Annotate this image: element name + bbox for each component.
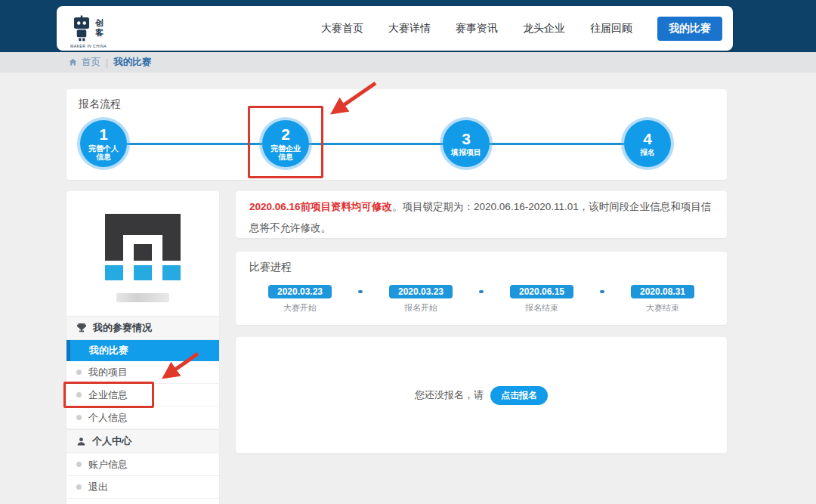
notice-text: 2020.06.16前项目资料均可修改。项目锁定期为：2020.06.16-20… (249, 196, 713, 239)
breadcrumb-current: 我的比赛 (113, 56, 151, 69)
sidebar-item-label: 我的项目 (88, 366, 128, 379)
sidebar-item-label: 我的比赛 (89, 344, 128, 357)
timeline-connector (358, 290, 363, 293)
bullet-dot-icon (76, 392, 82, 397)
step-1-complete-personal-info[interactable]: 1 完善个人 信息 (80, 120, 127, 167)
timeline-row: 2020.03.23 大赛开始 2020.03.23 报名开始 2020.06.… (249, 285, 713, 314)
milestone-label: 报名开始 (404, 302, 437, 314)
step-label-line1: 完善企业 (270, 144, 301, 153)
trophy-icon (76, 323, 87, 333)
sidebar-section-my-participation: 我的参赛情况 (66, 316, 219, 340)
header: 创 客 MAKER IN CHINA 大赛首页 大赛详情 赛事资讯 龙头企业 往… (57, 6, 733, 51)
my-contest-button[interactable]: 我的比赛 (657, 17, 722, 41)
sidebar-item-label: 企业信息 (88, 388, 128, 402)
sidebar-section-personal-center: 个人中心 (66, 429, 219, 453)
sidebar-item-my-projects[interactable]: 我的项目 (66, 361, 219, 384)
sidebar-item-company-info[interactable]: 企业信息 (66, 384, 219, 407)
bullet-dot-icon (76, 462, 82, 467)
timeline-card-title: 比赛进程 (249, 261, 713, 274)
sidebar-item-logout[interactable]: 退出 (66, 476, 219, 499)
step-number: 1 (99, 125, 108, 144)
timeline-connector (479, 290, 484, 293)
sidebar-item-label: 退出 (88, 481, 108, 494)
step-number: 4 (643, 130, 652, 148)
contest-progress-card: 比赛进程 2020.03.23 大赛开始 2020.03.23 报名开始 202… (236, 252, 727, 325)
logo-text: 创 客 (95, 18, 104, 39)
milestone-date-badge: 2020.03.23 (389, 285, 453, 298)
sidebar-item-label: 账户信息 (88, 458, 128, 472)
breadcrumb-separator: | (106, 57, 108, 68)
not-registered-card: 您还没报名，请 点击报名 (236, 337, 727, 453)
step-label-line2: 信息 (278, 153, 293, 162)
milestone-contest-end: 2020.08.31 大赛结束 (621, 285, 704, 314)
nav-item-contest-details[interactable]: 大赛详情 (388, 22, 431, 36)
registration-steps-card: 报名流程 1 完善个人 信息 2 完善企业 信息 3 填报项目 4 报名 (66, 89, 727, 180)
steps-card-title: 报名流程 (79, 97, 121, 111)
step-label-line2: 信息 (96, 153, 111, 162)
sidebar-item-personal-info[interactable]: 个人信息 (66, 407, 219, 429)
breadcrumb-home-label: 首页 (82, 56, 100, 69)
company-name-blurred (116, 293, 169, 302)
bullet-dot-icon (76, 369, 82, 375)
milestone-registration-start: 2020.03.23 报名开始 (379, 285, 462, 314)
step-number: 2 (281, 125, 290, 144)
step-number: 3 (462, 130, 471, 148)
nav-item-past-editions[interactable]: 往届回顾 (590, 22, 632, 36)
step-label-line1: 完善个人 (88, 144, 119, 153)
notice-highlight: 2020.06.16前项目资料均可修改 (249, 201, 392, 212)
step-4-register[interactable]: 4 报名 (624, 120, 671, 167)
milestone-date-badge: 2020.03.23 (268, 285, 332, 298)
sidebar-section-label: 个人中心 (92, 434, 131, 448)
person-icon (76, 437, 86, 447)
click-to-register-button[interactable]: 点击报名 (490, 386, 548, 405)
nav-item-leading-companies[interactable]: 龙头企业 (523, 22, 565, 36)
sidebar-item-label: 个人信息 (88, 411, 128, 425)
step-connector-line (309, 143, 443, 145)
milestone-contest-start: 2020.03.23 大赛开始 (258, 285, 342, 314)
step-connector-line (490, 143, 624, 145)
breadcrumb-home-link[interactable]: 首页 (68, 56, 100, 69)
bullet-dot-icon (76, 484, 82, 490)
timeline-connector (600, 290, 604, 293)
logo-char-bottom: 客 (95, 28, 104, 39)
site-logo[interactable]: 创 客 (70, 15, 104, 42)
milestone-label: 大赛开始 (283, 302, 317, 314)
step-connector-line (127, 143, 262, 145)
main-nav: 大赛首页 大赛详情 赛事资讯 龙头企业 往届回顾 我的比赛 (321, 17, 722, 41)
milestone-registration-end: 2020.06.15 报名结束 (500, 285, 583, 314)
milestone-label: 大赛结束 (646, 302, 679, 314)
step-3-fill-project[interactable]: 3 填报项目 (443, 120, 490, 167)
nav-item-contest-home[interactable]: 大赛首页 (321, 22, 363, 36)
edit-deadline-notice: 2020.06.16前项目资料均可修改。项目锁定期为：2020.06.16-20… (236, 191, 727, 238)
step-label-line1: 填报项目 (451, 148, 481, 157)
breadcrumb: 首页 | 我的比赛 (0, 52, 816, 73)
logo-subtext: MAKER IN CHINA (70, 44, 107, 48)
nav-item-news[interactable]: 赛事资讯 (456, 22, 498, 36)
company-logo-block (66, 191, 219, 316)
sidebar-item-my-contest[interactable]: 我的比赛 (66, 340, 219, 361)
company-logo (105, 214, 181, 280)
sidebar: 我的参赛情况 我的比赛 我的项目 企业信息 个人信息 个人中心 账户信息 退出 (66, 191, 219, 504)
bullet-dot-icon (76, 415, 82, 420)
milestone-label: 报名结束 (525, 302, 558, 314)
step-2-complete-company-info[interactable]: 2 完善企业 信息 (262, 120, 309, 167)
robot-logo-icon (70, 15, 93, 42)
step-label-line1: 报名 (640, 148, 655, 157)
milestone-date-badge: 2020.08.31 (631, 285, 694, 298)
sidebar-section-label: 我的参赛情况 (93, 321, 152, 335)
sidebar-item-account-info[interactable]: 账户信息 (66, 453, 219, 476)
logo-char-top: 创 (95, 18, 104, 29)
home-icon (68, 57, 78, 67)
milestone-date-badge: 2020.06.15 (510, 285, 573, 298)
empty-state-text: 您还没报名，请 (415, 388, 484, 402)
